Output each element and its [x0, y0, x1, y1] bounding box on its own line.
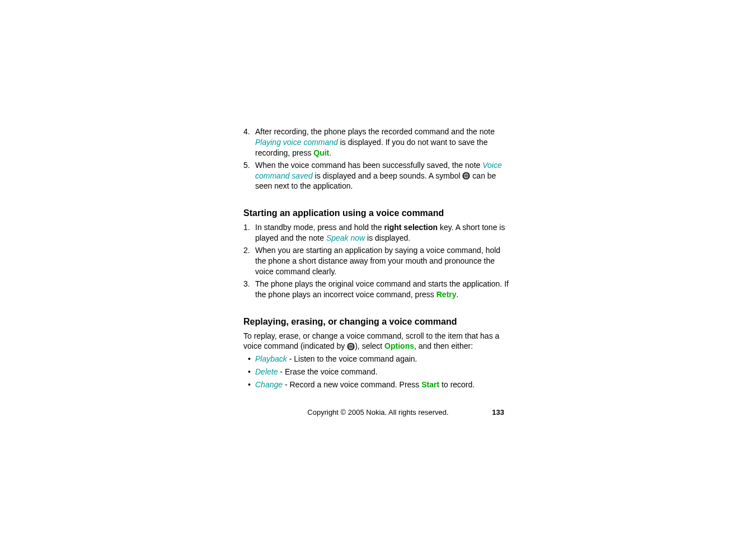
- list-number: 5.: [243, 160, 255, 192]
- numbered-item-1: 1. In standby mode, press and hold the r…: [243, 222, 512, 243]
- list-number: 3.: [243, 279, 255, 300]
- bullet-item: • Change - Record a new voice command. P…: [243, 380, 512, 390]
- list-item-text: The phone plays the original voice comma…: [255, 279, 512, 300]
- text-fragment: In standby mode, press and hold the: [255, 223, 384, 232]
- text-fragment: ), select: [355, 341, 384, 350]
- ui-note-text: Speak now: [326, 233, 365, 242]
- page-content: 4. After recording, the phone plays the …: [243, 127, 512, 392]
- ui-note-text: Playing voice command: [255, 138, 338, 147]
- bullet-marker: •: [243, 354, 255, 364]
- text-fragment: - Erase the voice command.: [278, 367, 377, 376]
- list-item-text: In standby mode, press and hold the righ…: [255, 222, 512, 243]
- menu-option: Change: [255, 380, 283, 389]
- text-fragment: .: [329, 148, 331, 157]
- text-fragment: When the voice command has been successf…: [255, 161, 482, 170]
- text-fragment: After recording, the phone plays the rec…: [255, 127, 495, 136]
- list-item-text: After recording, the phone plays the rec…: [255, 127, 512, 158]
- bullet-text: Playback - Listen to the voice command a…: [255, 354, 512, 364]
- page-footer: Copyright © 2005 Nokia. All rights reser…: [0, 408, 756, 416]
- list-number: 4.: [243, 127, 255, 158]
- text-fragment: is displayed.: [365, 233, 410, 242]
- softkey-label: Retry: [436, 290, 457, 299]
- text-fragment: - Listen to the voice command again.: [287, 354, 417, 363]
- text-fragment: The phone plays the original voice comma…: [255, 279, 509, 299]
- menu-option: Delete: [255, 367, 278, 376]
- bullet-item: • Delete - Erase the voice command.: [243, 367, 512, 377]
- text-fragment: - Record a new voice command. Press: [283, 380, 421, 389]
- voice-command-icon: [462, 172, 470, 180]
- softkey-label: Quit: [313, 148, 329, 157]
- bullet-text: Delete - Erase the voice command.: [255, 367, 512, 377]
- copyright-text: Copyright © 2005 Nokia. All rights reser…: [0, 408, 756, 416]
- menu-option: Playback: [255, 354, 287, 363]
- page-number: 133: [492, 408, 504, 416]
- text-fragment: is displayed and a beep sounds. A symbol: [313, 171, 463, 180]
- list-item-text: When you are starting an application by …: [255, 245, 512, 277]
- text-fragment: .: [457, 290, 459, 299]
- numbered-item-5: 5. When the voice command has been succe…: [243, 160, 512, 192]
- bullet-marker: •: [243, 380, 255, 390]
- list-number: 1.: [243, 222, 255, 243]
- voice-command-icon: [347, 343, 355, 350]
- numbered-item-4: 4. After recording, the phone plays the …: [243, 127, 512, 158]
- bullet-item: • Playback - Listen to the voice command…: [243, 354, 512, 364]
- text-fragment: to record.: [439, 380, 475, 389]
- softkey-label: Options: [384, 341, 414, 350]
- key-name: right selection: [384, 223, 438, 232]
- list-item-text: When the voice command has been successf…: [255, 160, 512, 192]
- softkey-label: Start: [421, 380, 439, 389]
- list-number: 2.: [243, 245, 255, 277]
- numbered-item-2: 2. When you are starting an application …: [243, 245, 512, 277]
- text-fragment: , and then either:: [414, 341, 473, 350]
- section-heading: Replaying, erasing, or changing a voice …: [243, 317, 512, 327]
- paragraph: To replay, erase, or change a voice comm…: [243, 331, 512, 352]
- section-heading: Starting an application using a voice co…: [243, 208, 512, 218]
- bullet-text: Change - Record a new voice command. Pre…: [255, 380, 512, 390]
- bullet-marker: •: [243, 367, 255, 377]
- numbered-item-3: 3. The phone plays the original voice co…: [243, 279, 512, 300]
